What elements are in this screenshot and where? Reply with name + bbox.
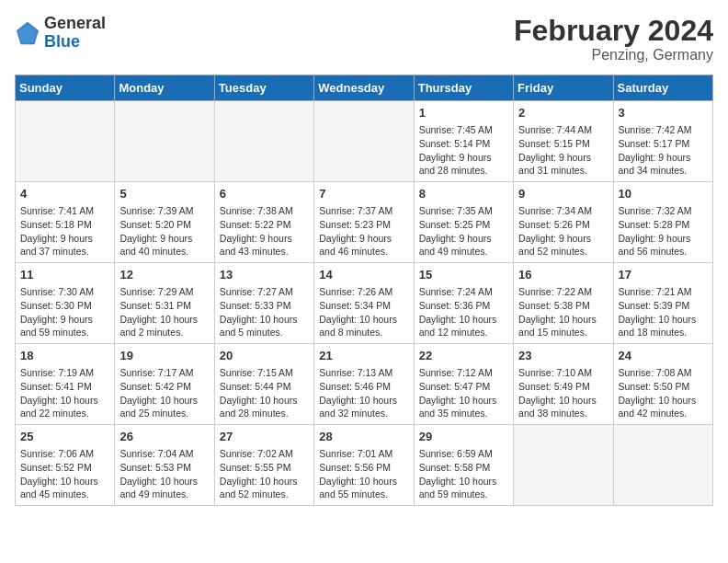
day-info: Sunrise: 7:32 AM Sunset: 5:28 PM Dayligh… xyxy=(619,204,708,259)
calendar-cell xyxy=(16,101,115,182)
day-number: 24 xyxy=(619,348,708,364)
day-number: 4 xyxy=(20,186,109,202)
calendar-cell: 16Sunrise: 7:22 AM Sunset: 5:38 PM Dayli… xyxy=(514,263,613,344)
day-number: 1 xyxy=(419,105,508,121)
calendar-cell: 5Sunrise: 7:39 AM Sunset: 5:20 PM Daylig… xyxy=(115,182,214,263)
logo-icon xyxy=(15,20,40,46)
day-number: 5 xyxy=(119,186,209,202)
day-number: 13 xyxy=(220,267,309,283)
calendar-cell: 20Sunrise: 7:15 AM Sunset: 5:44 PM Dayli… xyxy=(214,344,313,425)
day-info: Sunrise: 7:29 AM Sunset: 5:31 PM Dayligh… xyxy=(119,285,209,339)
calendar-cell: 12Sunrise: 7:29 AM Sunset: 5:31 PM Dayli… xyxy=(115,263,214,344)
calendar-cell: 24Sunrise: 7:08 AM Sunset: 5:50 PM Dayli… xyxy=(613,344,712,425)
day-info: Sunrise: 7:26 AM Sunset: 5:34 PM Dayligh… xyxy=(319,285,408,339)
calendar-cell: 17Sunrise: 7:21 AM Sunset: 5:39 PM Dayli… xyxy=(613,263,712,344)
day-header-saturday: Saturday xyxy=(613,75,712,101)
day-header-friday: Friday xyxy=(514,75,613,101)
day-number: 20 xyxy=(220,348,309,364)
day-header-row: SundayMondayTuesdayWednesdayThursdayFrid… xyxy=(16,75,713,101)
day-number: 25 xyxy=(20,429,109,445)
day-info: Sunrise: 7:35 AM Sunset: 5:25 PM Dayligh… xyxy=(419,204,508,259)
week-row-1: 1Sunrise: 7:45 AM Sunset: 5:14 PM Daylig… xyxy=(16,101,713,182)
week-row-5: 25Sunrise: 7:06 AM Sunset: 5:52 PM Dayli… xyxy=(16,424,713,505)
calendar-cell: 2Sunrise: 7:44 AM Sunset: 5:15 PM Daylig… xyxy=(514,101,613,182)
day-number: 29 xyxy=(419,429,508,445)
day-number: 27 xyxy=(220,429,309,445)
day-info: Sunrise: 7:22 AM Sunset: 5:38 PM Dayligh… xyxy=(518,285,608,339)
calendar-cell: 22Sunrise: 7:12 AM Sunset: 5:47 PM Dayli… xyxy=(414,344,513,425)
calendar-cell: 27Sunrise: 7:02 AM Sunset: 5:55 PM Dayli… xyxy=(214,424,313,505)
day-info: Sunrise: 7:30 AM Sunset: 5:30 PM Dayligh… xyxy=(20,285,109,339)
day-info: Sunrise: 7:37 AM Sunset: 5:23 PM Dayligh… xyxy=(319,204,408,259)
calendar-cell: 28Sunrise: 7:01 AM Sunset: 5:56 PM Dayli… xyxy=(314,424,414,505)
calendar-cell: 19Sunrise: 7:17 AM Sunset: 5:42 PM Dayli… xyxy=(115,344,214,425)
day-info: Sunrise: 7:19 AM Sunset: 5:41 PM Dayligh… xyxy=(20,366,109,420)
calendar-header: SundayMondayTuesdayWednesdayThursdayFrid… xyxy=(16,75,713,101)
calendar-title: February 2024 xyxy=(514,15,713,47)
day-header-wednesday: Wednesday xyxy=(314,75,414,101)
day-number: 9 xyxy=(518,186,608,202)
day-number: 12 xyxy=(119,267,209,283)
day-number: 18 xyxy=(20,348,109,364)
calendar-cell: 9Sunrise: 7:34 AM Sunset: 5:26 PM Daylig… xyxy=(514,182,613,263)
day-info: Sunrise: 7:10 AM Sunset: 5:49 PM Dayligh… xyxy=(518,366,608,420)
calendar-cell: 4Sunrise: 7:41 AM Sunset: 5:18 PM Daylig… xyxy=(16,182,115,263)
calendar-cell: 7Sunrise: 7:37 AM Sunset: 5:23 PM Daylig… xyxy=(314,182,414,263)
day-info: Sunrise: 7:01 AM Sunset: 5:56 PM Dayligh… xyxy=(319,447,408,501)
day-number: 10 xyxy=(619,186,708,202)
day-info: Sunrise: 7:38 AM Sunset: 5:22 PM Dayligh… xyxy=(220,204,309,259)
calendar-cell: 10Sunrise: 7:32 AM Sunset: 5:28 PM Dayli… xyxy=(613,182,712,263)
day-number: 15 xyxy=(419,267,508,283)
day-info: Sunrise: 7:24 AM Sunset: 5:36 PM Dayligh… xyxy=(419,285,508,339)
page-header: General Blue February 2024 Penzing, Germ… xyxy=(15,15,713,63)
day-info: Sunrise: 7:17 AM Sunset: 5:42 PM Dayligh… xyxy=(119,366,209,420)
day-number: 8 xyxy=(419,186,508,202)
day-info: Sunrise: 7:02 AM Sunset: 5:55 PM Dayligh… xyxy=(220,447,309,501)
calendar-cell: 3Sunrise: 7:42 AM Sunset: 5:17 PM Daylig… xyxy=(613,101,712,182)
calendar-subtitle: Penzing, Germany xyxy=(514,47,713,63)
day-info: Sunrise: 7:12 AM Sunset: 5:47 PM Dayligh… xyxy=(419,366,508,420)
calendar-cell: 18Sunrise: 7:19 AM Sunset: 5:41 PM Dayli… xyxy=(16,344,115,425)
day-header-monday: Monday xyxy=(115,75,214,101)
day-number: 11 xyxy=(20,267,109,283)
calendar-cell: 13Sunrise: 7:27 AM Sunset: 5:33 PM Dayli… xyxy=(214,263,313,344)
day-info: Sunrise: 7:27 AM Sunset: 5:33 PM Dayligh… xyxy=(220,285,309,339)
day-info: Sunrise: 7:06 AM Sunset: 5:52 PM Dayligh… xyxy=(20,447,109,501)
day-number: 14 xyxy=(319,267,408,283)
day-info: Sunrise: 7:08 AM Sunset: 5:50 PM Dayligh… xyxy=(619,366,708,420)
week-row-2: 4Sunrise: 7:41 AM Sunset: 5:18 PM Daylig… xyxy=(16,182,713,263)
day-info: Sunrise: 7:41 AM Sunset: 5:18 PM Dayligh… xyxy=(20,204,109,259)
calendar-cell xyxy=(115,101,214,182)
title-block: February 2024 Penzing, Germany xyxy=(514,15,713,63)
day-info: Sunrise: 7:34 AM Sunset: 5:26 PM Dayligh… xyxy=(518,204,608,259)
day-header-tuesday: Tuesday xyxy=(214,75,313,101)
day-info: Sunrise: 7:13 AM Sunset: 5:46 PM Dayligh… xyxy=(319,366,408,420)
logo-text: General Blue xyxy=(44,15,106,52)
calendar-cell: 26Sunrise: 7:04 AM Sunset: 5:53 PM Dayli… xyxy=(115,424,214,505)
day-info: Sunrise: 7:42 AM Sunset: 5:17 PM Dayligh… xyxy=(619,123,708,178)
calendar-cell: 25Sunrise: 7:06 AM Sunset: 5:52 PM Dayli… xyxy=(16,424,115,505)
calendar-cell xyxy=(214,101,313,182)
calendar-cell: 21Sunrise: 7:13 AM Sunset: 5:46 PM Dayli… xyxy=(314,344,414,425)
calendar-body: 1Sunrise: 7:45 AM Sunset: 5:14 PM Daylig… xyxy=(16,101,713,506)
calendar-cell: 23Sunrise: 7:10 AM Sunset: 5:49 PM Dayli… xyxy=(514,344,613,425)
day-number: 6 xyxy=(220,186,309,202)
day-number: 21 xyxy=(319,348,408,364)
day-number: 19 xyxy=(119,348,209,364)
day-number: 17 xyxy=(619,267,708,283)
calendar-cell: 14Sunrise: 7:26 AM Sunset: 5:34 PM Dayli… xyxy=(314,263,414,344)
day-info: Sunrise: 7:04 AM Sunset: 5:53 PM Dayligh… xyxy=(119,447,209,501)
day-info: Sunrise: 7:21 AM Sunset: 5:39 PM Dayligh… xyxy=(619,285,708,339)
day-header-sunday: Sunday xyxy=(16,75,115,101)
calendar-cell: 11Sunrise: 7:30 AM Sunset: 5:30 PM Dayli… xyxy=(16,263,115,344)
day-number: 2 xyxy=(518,105,608,121)
calendar-cell: 8Sunrise: 7:35 AM Sunset: 5:25 PM Daylig… xyxy=(414,182,513,263)
day-number: 23 xyxy=(518,348,608,364)
day-number: 28 xyxy=(319,429,408,445)
calendar-cell xyxy=(314,101,414,182)
day-number: 3 xyxy=(619,105,708,121)
calendar-table: SundayMondayTuesdayWednesdayThursdayFrid… xyxy=(15,75,713,506)
day-number: 26 xyxy=(119,429,209,445)
day-number: 7 xyxy=(319,186,408,202)
day-info: Sunrise: 7:44 AM Sunset: 5:15 PM Dayligh… xyxy=(518,123,608,178)
